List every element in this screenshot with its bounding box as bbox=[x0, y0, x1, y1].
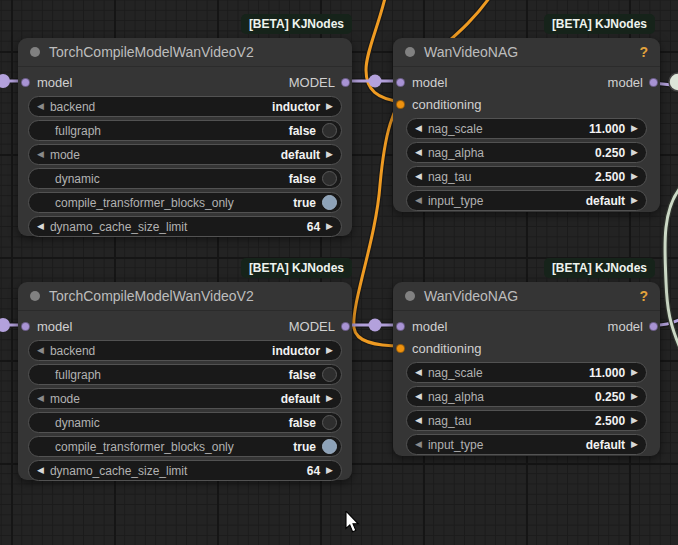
decrement-arrow-icon[interactable]: ◀ bbox=[415, 440, 422, 449]
input-slot-conditioning-icon[interactable] bbox=[396, 100, 405, 109]
link-dot[interactable] bbox=[0, 74, 10, 88]
increment-arrow-icon[interactable]: ▶ bbox=[631, 392, 638, 401]
widget-mode[interactable]: ◀ mode default ▶ bbox=[28, 144, 342, 165]
widget-nag-scale[interactable]: ◀ nag_scale 11.000 ▶ bbox=[406, 362, 647, 383]
collapse-dot-icon[interactable] bbox=[405, 47, 415, 57]
output-slot-model-icon[interactable] bbox=[341, 322, 350, 331]
toggle-knob-icon[interactable] bbox=[322, 171, 337, 186]
collapse-dot-icon[interactable] bbox=[30, 291, 40, 301]
output-slot-model-icon[interactable] bbox=[341, 78, 350, 87]
increment-arrow-icon[interactable]: ▶ bbox=[631, 440, 638, 449]
increment-arrow-icon[interactable]: ▶ bbox=[326, 346, 333, 355]
widget-compile-transformer-blocks-only[interactable]: compile_transformer_blocks_only true bbox=[28, 436, 342, 457]
node-titlebar[interactable]: WanVideoNAG ? bbox=[393, 38, 660, 67]
collapse-dot-icon[interactable] bbox=[30, 47, 40, 57]
decrement-arrow-icon[interactable]: ◀ bbox=[415, 392, 422, 401]
increment-arrow-icon[interactable]: ▶ bbox=[326, 222, 333, 231]
widget-label: dynamo_cache_size_limit bbox=[50, 220, 187, 234]
widget-backend[interactable]: ◀ backend inductor ▶ bbox=[28, 96, 342, 117]
link-dot[interactable] bbox=[369, 75, 382, 88]
input-slot-model-icon[interactable] bbox=[396, 78, 405, 87]
widget-label: backend bbox=[50, 100, 95, 114]
slot-row-model: model MODEL bbox=[18, 315, 352, 337]
widget-label: compile_transformer_blocks_only bbox=[55, 440, 234, 454]
collapse-dot-icon[interactable] bbox=[405, 291, 415, 301]
decrement-arrow-icon[interactable]: ◀ bbox=[415, 148, 422, 157]
decrement-arrow-icon[interactable]: ◀ bbox=[415, 416, 422, 425]
decrement-arrow-icon[interactable]: ◀ bbox=[37, 466, 44, 475]
node-torchcompilemodelwanvideov2-1[interactable]: [BETA] KJNodes TorchCompileModelWanVideo… bbox=[18, 38, 352, 236]
reroute-dot[interactable] bbox=[669, 73, 678, 91]
widget-label: input_type bbox=[428, 194, 483, 208]
increment-arrow-icon[interactable]: ▶ bbox=[326, 102, 333, 111]
node-wanvideonag-1[interactable]: [BETA] KJNodes WanVideoNAG ? model model… bbox=[393, 38, 660, 212]
increment-arrow-icon[interactable]: ▶ bbox=[631, 368, 638, 377]
input-slot-model-icon[interactable] bbox=[21, 78, 30, 87]
increment-arrow-icon[interactable]: ▶ bbox=[631, 416, 638, 425]
toggle-knob-icon[interactable] bbox=[322, 439, 337, 454]
widget-nag-scale[interactable]: ◀ nag_scale 11.000 ▶ bbox=[406, 118, 647, 139]
widget-nag-tau[interactable]: ◀ nag_tau 2.500 ▶ bbox=[406, 410, 647, 431]
widget-nag-alpha[interactable]: ◀ nag_alpha 0.250 ▶ bbox=[406, 386, 647, 407]
decrement-arrow-icon[interactable]: ◀ bbox=[37, 102, 44, 111]
node-titlebar[interactable]: TorchCompileModelWanVideoV2 bbox=[18, 38, 352, 67]
node-titlebar[interactable]: WanVideoNAG ? bbox=[393, 282, 660, 311]
widget-nag-alpha[interactable]: ◀ nag_alpha 0.250 ▶ bbox=[406, 142, 647, 163]
output-slot-label: MODEL bbox=[289, 319, 335, 334]
widget-dynamic[interactable]: dynamic false bbox=[28, 412, 342, 433]
toggle-knob-icon[interactable] bbox=[322, 367, 337, 382]
input-slot-model-icon[interactable] bbox=[21, 322, 30, 331]
input-slot-model-icon[interactable] bbox=[396, 322, 405, 331]
decrement-arrow-icon[interactable]: ◀ bbox=[37, 222, 44, 231]
input-slot-label: model bbox=[37, 75, 72, 90]
widget-label: nag_alpha bbox=[428, 146, 484, 160]
node-torchcompilemodelwanvideov2-2[interactable]: [BETA] KJNodes TorchCompileModelWanVideo… bbox=[18, 282, 352, 480]
decrement-arrow-icon[interactable]: ◀ bbox=[37, 346, 44, 355]
widget-compile-transformer-blocks-only[interactable]: compile_transformer_blocks_only true bbox=[28, 192, 342, 213]
node-title: TorchCompileModelWanVideoV2 bbox=[49, 44, 254, 60]
widget-fullgraph[interactable]: fullgraph false bbox=[28, 120, 342, 141]
widget-mode[interactable]: ◀ mode default ▶ bbox=[28, 388, 342, 409]
decrement-arrow-icon[interactable]: ◀ bbox=[415, 172, 422, 181]
node-wanvideonag-2[interactable]: [BETA] KJNodes WanVideoNAG ? model model… bbox=[393, 282, 660, 456]
widget-dynamic[interactable]: dynamic false bbox=[28, 168, 342, 189]
decrement-arrow-icon[interactable]: ◀ bbox=[415, 124, 422, 133]
output-slot-model-icon[interactable] bbox=[649, 322, 658, 331]
increment-arrow-icon[interactable]: ▶ bbox=[631, 196, 638, 205]
widget-value: default bbox=[586, 194, 625, 208]
widget-dynamo-cache-size-limit[interactable]: ◀ dynamo_cache_size_limit 64 ▶ bbox=[28, 216, 342, 237]
widget-value: 0.250 bbox=[595, 146, 625, 160]
widget-backend[interactable]: ◀ backend inductor ▶ bbox=[28, 340, 342, 361]
increment-arrow-icon[interactable]: ▶ bbox=[326, 394, 333, 403]
widget-input-type[interactable]: ◀ input_type default ▶ bbox=[406, 434, 647, 455]
link-dot[interactable] bbox=[0, 318, 10, 332]
increment-arrow-icon[interactable]: ▶ bbox=[326, 150, 333, 159]
input-slot-conditioning-icon[interactable] bbox=[396, 344, 405, 353]
input-slot-label: conditioning bbox=[412, 97, 481, 112]
output-slot-model-icon[interactable] bbox=[649, 78, 658, 87]
widget-label: nag_tau bbox=[428, 414, 471, 428]
decrement-arrow-icon[interactable]: ◀ bbox=[415, 368, 422, 377]
increment-arrow-icon[interactable]: ▶ bbox=[631, 172, 638, 181]
decrement-arrow-icon[interactable]: ◀ bbox=[37, 150, 44, 159]
increment-arrow-icon[interactable]: ▶ bbox=[631, 124, 638, 133]
increment-arrow-icon[interactable]: ▶ bbox=[631, 148, 638, 157]
increment-arrow-icon[interactable]: ▶ bbox=[326, 466, 333, 475]
widget-dynamo-cache-size-limit[interactable]: ◀ dynamo_cache_size_limit 64 ▶ bbox=[28, 460, 342, 481]
input-slot-label: model bbox=[412, 319, 447, 334]
help-icon[interactable]: ? bbox=[639, 288, 648, 304]
toggle-knob-icon[interactable] bbox=[322, 195, 337, 210]
node-title: WanVideoNAG bbox=[424, 44, 518, 60]
node-titlebar[interactable]: TorchCompileModelWanVideoV2 bbox=[18, 282, 352, 311]
link-dot[interactable] bbox=[369, 319, 382, 332]
node-badge: [BETA] KJNodes bbox=[544, 14, 655, 34]
help-icon[interactable]: ? bbox=[639, 44, 648, 60]
decrement-arrow-icon[interactable]: ◀ bbox=[37, 394, 44, 403]
node-graph-canvas[interactable]: { "palette": { "canvas_bg": "#232323", "… bbox=[0, 0, 678, 545]
widget-fullgraph[interactable]: fullgraph false bbox=[28, 364, 342, 385]
widget-nag-tau[interactable]: ◀ nag_tau 2.500 ▶ bbox=[406, 166, 647, 187]
widget-input-type[interactable]: ◀ input_type default ▶ bbox=[406, 190, 647, 211]
decrement-arrow-icon[interactable]: ◀ bbox=[415, 196, 422, 205]
toggle-knob-icon[interactable] bbox=[322, 415, 337, 430]
toggle-knob-icon[interactable] bbox=[322, 123, 337, 138]
